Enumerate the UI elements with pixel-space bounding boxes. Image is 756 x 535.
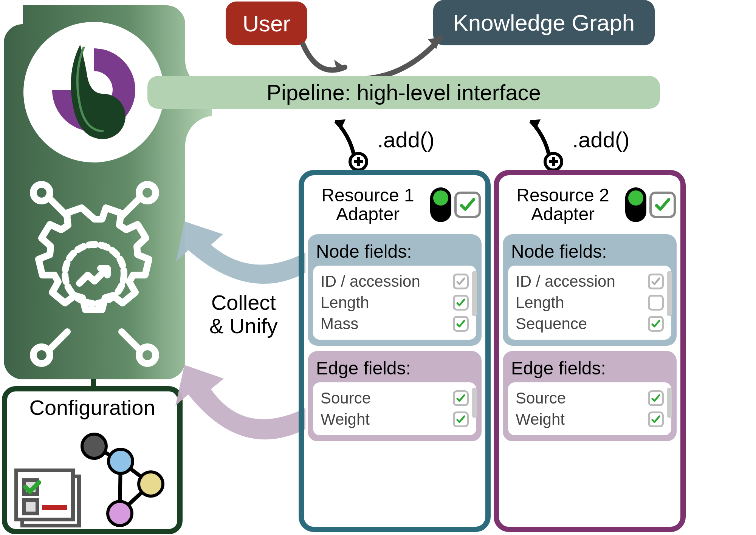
biocypher-logo-icon	[23, 22, 164, 162]
configuration-title: Configuration	[7, 395, 177, 420]
scrollbar-thumb[interactable]	[472, 388, 477, 418]
adapter-1-node-section: Node fields: ID / accession Length Mass	[308, 234, 482, 346]
adapter-1-title-line2: Adapter	[308, 205, 427, 224]
svg-rect-9	[42, 505, 67, 510]
scrollbar-thumb[interactable]	[667, 271, 672, 316]
processing-gear-icon	[19, 178, 170, 370]
svg-point-4	[65, 244, 124, 303]
adapter-2-edge-title: Edge fields:	[511, 358, 671, 379]
field-checkbox[interactable]	[453, 411, 469, 427]
scrollbar-thumb[interactable]	[667, 388, 672, 418]
list-item: Sequence	[513, 313, 666, 334]
configuration-graph-icon	[7, 420, 177, 533]
list-item: ID / accession	[318, 271, 471, 292]
adapter-1-toggle[interactable]	[430, 187, 451, 222]
field-checkbox[interactable]	[648, 274, 664, 289]
adapter-1-edge-body: Source Weight	[313, 382, 476, 435]
list-item: Mass	[318, 313, 471, 334]
adapter-2-edge-body: Source Weight	[508, 382, 671, 435]
adapter-1-node-body: ID / accession Length Mass	[313, 266, 476, 340]
adapter-1-title: Resource 1 Adapter	[308, 186, 427, 224]
resource-2-adapter-panel: Resource 2 Adapter Node fields: ID / acc…	[494, 170, 686, 532]
arrow-pipeline-to-kg	[363, 30, 450, 83]
pipeline-label: Pipeline: high-level interface	[266, 80, 541, 105]
adapter-2-edge-section: Edge fields: Source Weight	[503, 351, 677, 441]
adapter-2-node-section: Node fields: ID / accession Length Seque…	[503, 234, 677, 346]
field-label: ID / accession	[516, 272, 615, 291]
adapter-2-title-line2: Adapter	[503, 205, 622, 224]
list-item: Weight	[513, 409, 666, 430]
field-label: Source	[516, 389, 566, 407]
scrollbar-thumb[interactable]	[472, 271, 477, 316]
list-item: Source	[318, 388, 471, 409]
add-label-1: .add()	[377, 127, 435, 152]
add-label-2: .add()	[572, 127, 630, 152]
list-item: Source	[513, 388, 666, 409]
adapter-1-node-title: Node fields:	[316, 241, 476, 262]
list-item: Weight	[318, 409, 471, 430]
pipeline-bar: Pipeline: high-level interface	[147, 76, 660, 109]
field-checkbox[interactable]	[453, 390, 469, 406]
field-checkbox[interactable]	[648, 316, 664, 332]
adapter-1-edge-section: Edge fields: Source Weight	[308, 351, 482, 441]
svg-point-15	[108, 449, 133, 473]
knowledge-graph-box: Knowledge Graph	[433, 0, 655, 45]
field-label: Length	[321, 294, 369, 312]
field-label: Sequence	[516, 315, 587, 333]
adapter-1-edge-title: Edge fields:	[316, 358, 476, 379]
list-item: Length	[513, 292, 666, 313]
field-checkbox[interactable]	[453, 316, 469, 332]
adapter-1-header: Resource 1 Adapter	[304, 175, 485, 234]
field-label: Mass	[321, 315, 358, 333]
list-item: ID / accession	[513, 271, 666, 292]
field-label: ID / accession	[321, 272, 420, 291]
adapter-2-header: Resource 2 Adapter	[499, 175, 680, 234]
field-label: Weight	[321, 410, 370, 428]
svg-point-14	[82, 434, 106, 458]
adapter-2-title-line1: Resource 2	[503, 186, 622, 205]
collect-line2: & Unify	[209, 314, 278, 338]
svg-point-17	[108, 501, 132, 526]
adapter-2-node-title: Node fields:	[511, 241, 671, 262]
list-item: Length	[318, 292, 471, 313]
user-label: User	[243, 11, 291, 37]
field-checkbox[interactable]	[453, 295, 469, 311]
adapter-1-title-line1: Resource 1	[308, 186, 427, 205]
adapter-2-node-body: ID / accession Length Sequence	[508, 266, 671, 340]
svg-rect-8	[24, 500, 37, 513]
field-checkbox[interactable]	[453, 274, 469, 289]
arrow-add-2	[526, 114, 572, 171]
adapter-1-enable-check[interactable]	[454, 192, 481, 218]
field-checkbox[interactable]	[648, 390, 664, 406]
resource-1-adapter-panel: Resource 1 Adapter Node fields: ID / acc…	[299, 170, 491, 532]
adapter-2-enable-check[interactable]	[649, 192, 676, 218]
knowledge-graph-label: Knowledge Graph	[453, 10, 635, 36]
field-checkbox[interactable]	[648, 411, 664, 427]
user-box: User	[226, 2, 307, 45]
logo-background	[23, 22, 164, 162]
field-label: Source	[321, 389, 371, 407]
adapter-2-toggle[interactable]	[625, 187, 646, 222]
arrow-edge-to-gear	[173, 363, 309, 461]
configuration-panel: Configuration	[2, 386, 183, 534]
field-checkbox[interactable]	[648, 295, 664, 311]
svg-point-16	[139, 472, 163, 496]
field-label: Length	[516, 294, 564, 312]
field-label: Weight	[516, 410, 565, 428]
arrow-node-to-gear	[173, 220, 309, 303]
adapter-2-title: Resource 2 Adapter	[503, 186, 622, 224]
arrow-add-1	[331, 114, 376, 171]
